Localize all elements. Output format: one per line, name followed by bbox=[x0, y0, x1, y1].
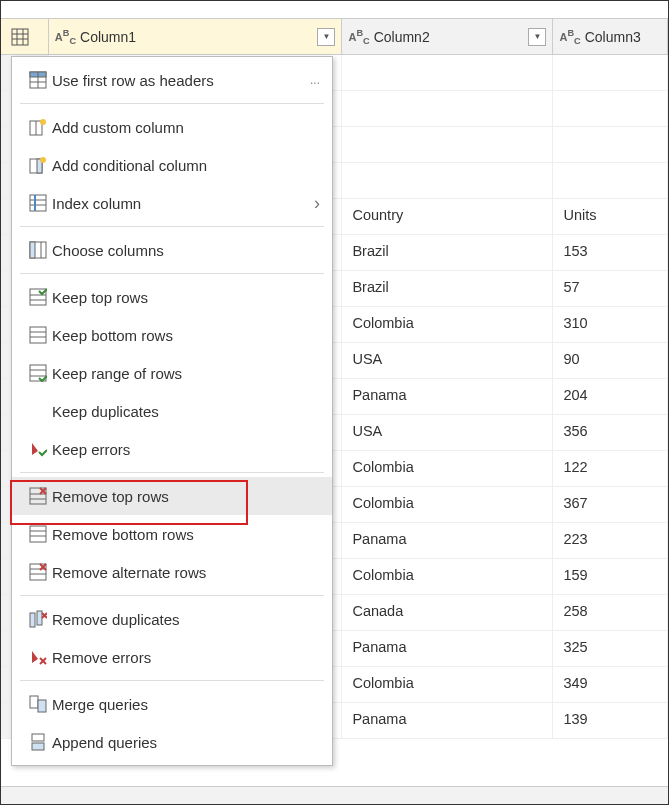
cell-column3[interactable]: 57 bbox=[553, 271, 668, 306]
table-context-menu: Use first row as headers ... Add custom … bbox=[11, 56, 333, 766]
svg-rect-51 bbox=[38, 700, 46, 712]
cell-column2[interactable] bbox=[342, 91, 553, 126]
column-filter-button[interactable]: ▼ bbox=[528, 28, 546, 46]
cell-column2[interactable]: Colombia bbox=[342, 451, 553, 486]
svg-rect-20 bbox=[30, 242, 35, 258]
menu-add-custom-column[interactable]: Add custom column bbox=[12, 108, 332, 146]
merge-queries-icon bbox=[24, 695, 52, 713]
cell-column2[interactable]: Canada bbox=[342, 595, 553, 630]
choose-columns-icon bbox=[24, 241, 52, 259]
menu-remove-bottom-rows[interactable]: Remove bottom rows bbox=[12, 515, 332, 553]
cell-column3[interactable]: 223 bbox=[553, 523, 668, 558]
remove-errors-icon bbox=[24, 648, 52, 666]
cell-column2[interactable]: Colombia bbox=[342, 559, 553, 594]
cell-column2[interactable] bbox=[342, 55, 553, 90]
menu-remove-errors[interactable]: Remove errors bbox=[12, 638, 332, 676]
svg-rect-15 bbox=[30, 195, 46, 211]
abc-type-icon: ABC bbox=[348, 28, 369, 46]
cell-column3[interactable]: 139 bbox=[553, 703, 668, 738]
svg-point-11 bbox=[40, 119, 46, 125]
menu-append-queries[interactable]: Append queries bbox=[12, 723, 332, 761]
cell-column3[interactable]: 159 bbox=[553, 559, 668, 594]
svg-rect-45 bbox=[37, 611, 42, 625]
cell-column3[interactable]: 204 bbox=[553, 379, 668, 414]
menu-remove-top-rows[interactable]: Remove top rows bbox=[12, 477, 332, 515]
menu-index-column[interactable]: Index column › bbox=[12, 184, 332, 222]
cell-column3[interactable]: 325 bbox=[553, 631, 668, 666]
menu-add-conditional-column[interactable]: Add conditional column bbox=[12, 146, 332, 184]
remove-duplicates-icon bbox=[24, 610, 52, 628]
column-headers: ABC Column1 ▼ ABC Column2 ▼ ABC Column3 bbox=[1, 19, 668, 55]
svg-point-14 bbox=[40, 157, 46, 163]
svg-rect-52 bbox=[32, 734, 44, 741]
cell-column2[interactable]: Colombia bbox=[342, 307, 553, 342]
cell-column3[interactable] bbox=[553, 55, 668, 90]
menu-choose-columns[interactable]: Choose columns bbox=[12, 231, 332, 269]
abc-type-icon: ABC bbox=[55, 28, 76, 46]
keep-top-rows-icon bbox=[24, 288, 52, 306]
menu-remove-duplicates[interactable]: Remove duplicates bbox=[12, 600, 332, 638]
keep-range-rows-icon bbox=[24, 364, 52, 382]
cell-column2[interactable] bbox=[342, 127, 553, 162]
menu-keep-errors[interactable]: Keep errors bbox=[12, 430, 332, 468]
cell-column2[interactable]: Panama bbox=[342, 379, 553, 414]
cell-column2[interactable]: Colombia bbox=[342, 487, 553, 522]
abc-type-icon: ABC bbox=[559, 28, 580, 46]
ellipsis: ... bbox=[310, 73, 320, 87]
column-header-2[interactable]: ABC Column2 ▼ bbox=[342, 19, 553, 54]
cell-column3[interactable] bbox=[553, 91, 668, 126]
cell-column2[interactable]: Panama bbox=[342, 523, 553, 558]
cell-column3[interactable]: Units bbox=[553, 199, 668, 234]
cell-column2[interactable]: Panama bbox=[342, 631, 553, 666]
cell-column2[interactable]: Panama bbox=[342, 703, 553, 738]
cell-column3[interactable]: 90 bbox=[553, 343, 668, 378]
svg-rect-36 bbox=[30, 526, 46, 542]
svg-rect-50 bbox=[30, 696, 38, 708]
add-column-icon bbox=[24, 118, 52, 136]
column-name: Column1 bbox=[80, 29, 317, 45]
cell-column3[interactable] bbox=[553, 127, 668, 162]
menu-use-first-row-as-headers[interactable]: Use first row as headers ... bbox=[12, 61, 332, 99]
cell-column3[interactable]: 122 bbox=[553, 451, 668, 486]
conditional-column-icon bbox=[24, 156, 52, 174]
append-queries-icon bbox=[24, 733, 52, 751]
cell-column2[interactable] bbox=[342, 163, 553, 198]
menu-keep-duplicates[interactable]: Keep duplicates bbox=[12, 392, 332, 430]
cell-column3[interactable]: 258 bbox=[553, 595, 668, 630]
cell-column3[interactable]: 356 bbox=[553, 415, 668, 450]
keep-errors-icon bbox=[24, 440, 52, 458]
column-name: Column3 bbox=[585, 29, 661, 45]
cell-column2[interactable]: Brazil bbox=[342, 235, 553, 270]
cell-column2[interactable]: Colombia bbox=[342, 667, 553, 702]
cell-column3[interactable]: 349 bbox=[553, 667, 668, 702]
menu-merge-queries[interactable]: Merge queries bbox=[12, 685, 332, 723]
cell-column3[interactable]: 310 bbox=[553, 307, 668, 342]
svg-rect-53 bbox=[32, 743, 44, 750]
svg-rect-0 bbox=[12, 29, 28, 45]
cell-column3[interactable]: 367 bbox=[553, 487, 668, 522]
column-filter-button[interactable]: ▼ bbox=[317, 28, 335, 46]
remove-alternate-rows-icon bbox=[24, 563, 52, 581]
table-icon bbox=[24, 71, 52, 89]
svg-rect-44 bbox=[30, 613, 35, 627]
column-header-1[interactable]: ABC Column1 ▼ bbox=[49, 19, 343, 54]
cell-column2[interactable]: Brazil bbox=[342, 271, 553, 306]
menu-remove-alternate-rows[interactable]: Remove alternate rows bbox=[12, 553, 332, 591]
footer-bar bbox=[1, 786, 668, 804]
column-header-3[interactable]: ABC Column3 bbox=[553, 19, 668, 54]
chevron-right-icon: › bbox=[314, 193, 320, 214]
keep-bottom-rows-icon bbox=[24, 326, 52, 344]
cell-column3[interactable]: 153 bbox=[553, 235, 668, 270]
cell-column2[interactable]: USA bbox=[342, 415, 553, 450]
cell-column3[interactable] bbox=[553, 163, 668, 198]
cell-column2[interactable]: Country bbox=[342, 199, 553, 234]
cell-column2[interactable]: USA bbox=[342, 343, 553, 378]
table-icon bbox=[11, 28, 29, 46]
menu-keep-top-rows[interactable]: Keep top rows bbox=[12, 278, 332, 316]
menu-keep-bottom-rows[interactable]: Keep bottom rows bbox=[12, 316, 332, 354]
svg-rect-25 bbox=[30, 327, 46, 343]
menu-keep-range-of-rows[interactable]: Keep range of rows bbox=[12, 354, 332, 392]
table-menu-button[interactable] bbox=[1, 19, 49, 54]
remove-top-rows-icon bbox=[24, 487, 52, 505]
index-column-icon bbox=[24, 194, 52, 212]
